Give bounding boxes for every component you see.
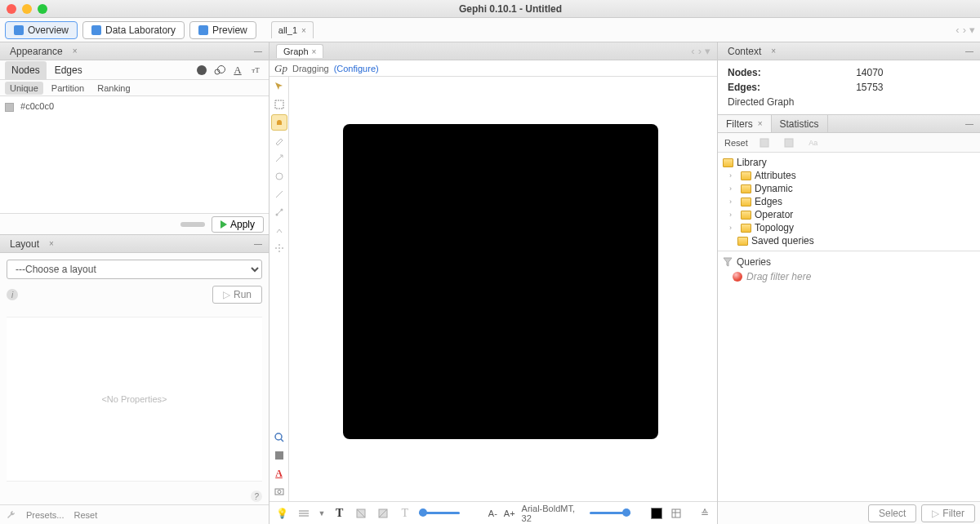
- tree-label: Dynamic: [755, 183, 793, 194]
- brush-tool-icon[interactable]: [271, 168, 287, 184]
- close-window-button[interactable]: [7, 4, 16, 14]
- edge-settings-icon[interactable]: [296, 505, 312, 522]
- size-tool-icon[interactable]: [271, 150, 287, 167]
- lightbulb-icon[interactable]: 💡: [274, 505, 290, 522]
- next-tab-button[interactable]: ›: [698, 45, 702, 57]
- tab-partition[interactable]: Partition: [47, 82, 89, 95]
- pointer-tool-icon[interactable]: [271, 78, 287, 95]
- label-color-mode-icon[interactable]: A: [229, 62, 246, 78]
- svg-rect-19: [760, 139, 768, 147]
- presets-button[interactable]: Presets...: [26, 510, 64, 520]
- close-icon[interactable]: ×: [758, 119, 763, 128]
- close-icon[interactable]: ×: [49, 239, 54, 248]
- workspace-tab-preview[interactable]: Preview: [189, 21, 256, 39]
- tree-category[interactable]: › Dynamic: [723, 182, 975, 195]
- paint-tool-icon[interactable]: [271, 132, 287, 149]
- play-icon: [220, 220, 227, 229]
- label-size-mode-icon[interactable]: тT: [247, 62, 264, 78]
- edge-pencil-tool-icon[interactable]: [271, 186, 287, 202]
- workspace-menu-button[interactable]: ▾: [969, 24, 975, 36]
- tree-library-root[interactable]: Library: [723, 156, 975, 169]
- filters-reset-button[interactable]: Reset: [724, 138, 748, 148]
- edge-label-box-icon[interactable]: [376, 505, 391, 522]
- show-labels-icon[interactable]: T: [332, 505, 347, 522]
- color-mode-icon[interactable]: [194, 62, 210, 78]
- close-icon[interactable]: ×: [73, 47, 78, 56]
- heatmap-tool-icon[interactable]: [271, 222, 287, 238]
- edge-weight-slider[interactable]: [419, 512, 460, 514]
- size-mode-icon[interactable]: [212, 62, 228, 78]
- node-label-box-icon[interactable]: [354, 505, 369, 522]
- drag-tool-icon[interactable]: [271, 114, 287, 131]
- minimize-panel-button[interactable]: —: [965, 47, 973, 56]
- shortest-path-tool-icon[interactable]: [271, 204, 287, 220]
- label-size-slider[interactable]: [590, 512, 630, 514]
- expand-toolbar-icon[interactable]: ≙: [697, 505, 712, 522]
- tree-category[interactable]: › Topology: [723, 221, 975, 234]
- rect-select-tool-icon[interactable]: [271, 96, 287, 113]
- font-increase-button[interactable]: A+: [504, 508, 515, 518]
- screenshot-icon[interactable]: [271, 483, 287, 500]
- font-decrease-button[interactable]: A-: [488, 508, 497, 518]
- maximize-window-button[interactable]: [38, 4, 47, 14]
- next-workspace-button[interactable]: ›: [963, 24, 966, 36]
- folder-icon: [741, 224, 751, 233]
- tab-menu-button[interactable]: ▾: [705, 45, 710, 57]
- filter-label: Filter: [942, 508, 964, 519]
- filter-button[interactable]: ▷ Filter: [921, 504, 975, 522]
- close-icon[interactable]: ×: [301, 26, 306, 35]
- tree-category[interactable]: › Operator: [723, 208, 975, 221]
- prev-tab-button[interactable]: ‹: [691, 45, 694, 57]
- tab-unique[interactable]: Unique: [5, 82, 43, 95]
- configure-tool-link[interactable]: (Configure): [334, 64, 379, 73]
- tab-ranking[interactable]: Ranking: [92, 82, 135, 95]
- close-icon[interactable]: ×: [312, 47, 317, 56]
- minimize-panel-button[interactable]: —: [965, 119, 973, 128]
- minimize-panel-button[interactable]: —: [254, 239, 262, 248]
- select-button[interactable]: Select: [868, 504, 916, 522]
- queries-label: Queries: [737, 256, 771, 268]
- color-swatch[interactable]: [5, 103, 14, 112]
- close-icon[interactable]: ×: [771, 47, 776, 56]
- minimize-window-button[interactable]: [22, 4, 32, 14]
- tab-nodes[interactable]: Nodes: [5, 61, 47, 79]
- graph-tab[interactable]: Graph ×: [276, 44, 323, 58]
- export-icon[interactable]: [781, 135, 797, 151]
- workspace-tab-data-laboratory[interactable]: Data Laboratory: [82, 21, 185, 39]
- svg-point-0: [197, 65, 207, 75]
- center-graph-icon[interactable]: [271, 429, 287, 446]
- auto-refresh-icon[interactable]: Aa: [805, 135, 822, 151]
- funnel-icon: [723, 257, 733, 267]
- workspace-tab-overview[interactable]: Overview: [5, 21, 78, 39]
- reset-zoom-icon[interactable]: [271, 447, 287, 464]
- chevron-right-icon: ›: [729, 184, 737, 193]
- tab-label: Filters: [726, 118, 753, 130]
- tree-category[interactable]: › Attributes: [723, 169, 975, 182]
- tree-category[interactable]: › Edges: [723, 195, 975, 208]
- font-selector[interactable]: Arial-BoldMT, 32: [522, 504, 583, 523]
- run-button[interactable]: ▷ Run: [212, 286, 262, 304]
- reset-button[interactable]: Reset: [74, 510, 97, 520]
- apply-button[interactable]: Apply: [212, 216, 264, 233]
- minimize-panel-button[interactable]: —: [254, 47, 262, 56]
- tab-filters[interactable]: Filters ×: [718, 115, 772, 132]
- info-icon[interactable]: i: [7, 289, 18, 300]
- tab-edges[interactable]: Edges: [48, 61, 89, 79]
- tab-statistics[interactable]: Statistics: [772, 115, 828, 132]
- diffusion-tool-icon[interactable]: [271, 240, 287, 256]
- drag-filter-dropzone[interactable]: Drag filter here: [733, 271, 975, 282]
- help-icon[interactable]: ?: [251, 491, 262, 502]
- workspace-file-tab[interactable]: all_1 ×: [271, 21, 314, 38]
- label-color-swatch[interactable]: [651, 508, 662, 519]
- layout-select[interactable]: ---Choose a layout: [7, 260, 262, 279]
- tree-saved-queries[interactable]: Saved queries: [723, 234, 975, 247]
- prev-workspace-button[interactable]: ‹: [956, 24, 959, 36]
- background-color-icon[interactable]: A: [271, 465, 287, 482]
- context-body: Nodes: 14070 Edges: 15753 Directed Graph: [718, 60, 980, 114]
- save-query-icon[interactable]: [756, 135, 773, 151]
- spline-button[interactable]: [180, 222, 205, 227]
- layout-panel-header: Layout × —: [0, 235, 269, 253]
- attributes-config-icon[interactable]: [669, 505, 684, 522]
- label-settings-icon[interactable]: T: [397, 505, 412, 522]
- graph-canvas[interactable]: [289, 77, 717, 501]
